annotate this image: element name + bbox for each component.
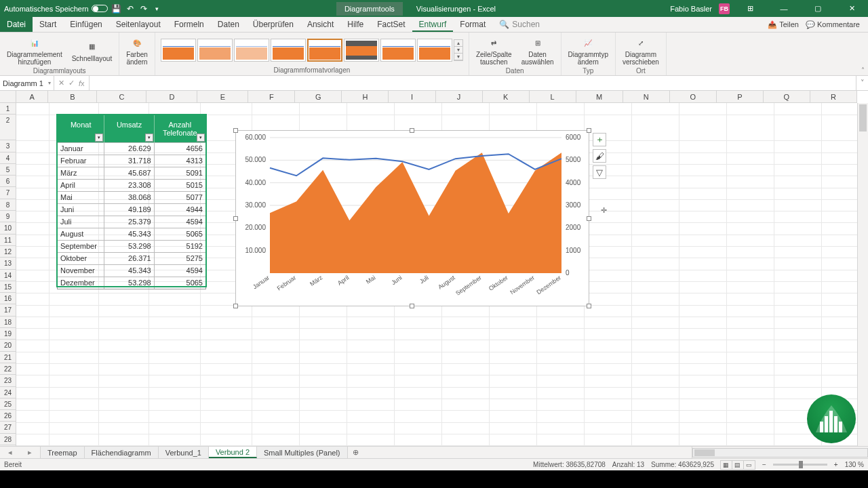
svg-text:3000: 3000 <box>566 201 581 209</box>
sheet-tab-treemap[interactable]: Treemap <box>41 447 85 458</box>
col-header-umsatz[interactable]: Umsatz▾ <box>104 115 154 142</box>
tab-formulas[interactable]: Formeln <box>167 17 211 32</box>
column-headers[interactable]: ABCDEFGHIJKLMNOPQR <box>16 91 857 103</box>
close-button[interactable]: ✕ <box>838 0 865 17</box>
table-row[interactable]: Juni49.1894944 <box>58 203 205 216</box>
zoom-out-button[interactable]: − <box>762 461 766 468</box>
tab-data[interactable]: Daten <box>211 17 246 32</box>
zoom-in-button[interactable]: + <box>834 461 838 468</box>
add-chart-element-button[interactable]: 📊Diagrammelement hinzufügen <box>3 34 66 67</box>
chart-style-5[interactable] <box>307 39 342 62</box>
redo-icon[interactable]: ↷ <box>139 4 149 14</box>
ribbon-options-icon[interactable]: ⊞ <box>736 0 764 17</box>
tab-design[interactable]: Entwurf <box>412 17 454 32</box>
chart-style-8[interactable] <box>417 39 452 62</box>
fx-icon[interactable]: fx <box>79 79 85 87</box>
col-header-month[interactable]: Monat▾ <box>58 115 104 142</box>
svg-rect-33 <box>829 411 833 432</box>
quick-layout-button[interactable]: ▦Schnelllayout <box>68 38 116 64</box>
chart-style-gallery[interactable]: ▴▾▾ <box>158 34 466 66</box>
table-row[interactable]: Juli25.3794594 <box>58 216 205 228</box>
chart-style-2[interactable] <box>197 39 233 62</box>
zoom-slider[interactable] <box>773 464 827 466</box>
tab-view[interactable]: Ansicht <box>300 17 340 32</box>
svg-text:August: August <box>437 274 456 291</box>
svg-text:2000: 2000 <box>566 224 581 231</box>
worksheet-grid[interactable]: ABCDEFGHIJKLMNOPQR 123456789101112131415… <box>0 91 868 446</box>
share-button[interactable]: 📤 Teilen <box>768 20 799 29</box>
sheet-tab-area[interactable]: Flächendiagramm <box>85 447 159 458</box>
view-buttons[interactable]: ▦▤▭ <box>721 460 755 470</box>
sheet-tab-verbund2[interactable]: Verbund 2 <box>209 447 257 458</box>
sheet-nav[interactable]: ◂▸ <box>0 447 41 458</box>
chart-plot[interactable]: 10.00020.00030.00040.00050.00060.0000100… <box>236 131 590 307</box>
table-row[interactable]: Januar26.6294656 <box>58 142 205 155</box>
table-row[interactable]: Oktober26.3715275 <box>58 252 205 264</box>
name-box[interactable]: Diagramm 1▾ <box>0 76 54 90</box>
autosave-toggle[interactable]: Automatisches Speichern <box>4 5 108 13</box>
comments-button[interactable]: 💬 Kommentare <box>806 20 860 29</box>
filter-icon[interactable]: ▾ <box>95 134 103 142</box>
save-icon[interactable]: 💾 <box>112 4 121 14</box>
select-all-corner[interactable] <box>0 91 16 103</box>
cancel-formula-icon[interactable]: ✕ <box>58 79 64 87</box>
filter-icon[interactable]: ▾ <box>145 134 153 142</box>
chart-style-1[interactable] <box>161 39 196 62</box>
collapse-ribbon-button[interactable]: ˄ <box>857 33 868 75</box>
zoom-level[interactable]: 130 % <box>845 461 864 468</box>
row-headers[interactable]: 1234567891011121314151617181920212223242… <box>0 103 16 446</box>
horizontal-scrollbar[interactable] <box>692 448 868 458</box>
select-data-button[interactable]: ⊞Daten auswählen <box>517 34 558 67</box>
maximize-button[interactable]: ▢ <box>804 0 831 17</box>
style-gallery-scroll[interactable]: ▴▾▾ <box>454 39 463 61</box>
table-row[interactable]: Februar31.7184313 <box>58 155 205 167</box>
tab-help[interactable]: Hilfe <box>340 17 370 32</box>
formula-input[interactable] <box>90 76 856 90</box>
enter-formula-icon[interactable]: ✓ <box>68 79 75 87</box>
svg-rect-34 <box>834 416 837 432</box>
vertical-scrollbar[interactable] <box>857 103 868 446</box>
chart-elements-button[interactable]: ＋ <box>593 133 606 146</box>
user-name[interactable]: Fabio Basler <box>670 5 712 13</box>
sheet-tab-small-multiples[interactable]: Small Multiples (Panel) <box>257 447 347 458</box>
tab-start[interactable]: Start <box>33 17 63 32</box>
table-row[interactable]: Dezember53.2985065 <box>58 277 205 289</box>
switch-row-col-button[interactable]: ⇄Zeile/Spalte tauschen <box>472 34 516 67</box>
chart-style-3[interactable] <box>234 39 269 62</box>
search-box[interactable]: 🔍 Suchen <box>492 17 547 32</box>
table-row[interactable]: September53.2985192 <box>58 240 205 252</box>
sheet-tab-verbund1[interactable]: Verbund_1 <box>159 447 209 458</box>
chart-object[interactable]: 10.00020.00030.00040.00050.00060.0000100… <box>235 130 589 306</box>
tab-factset[interactable]: FactSet <box>370 17 412 32</box>
table-row[interactable]: November45.3434594 <box>58 264 205 277</box>
tab-format[interactable]: Format <box>453 17 492 32</box>
expand-formula-bar[interactable]: ˅ <box>856 76 868 90</box>
tab-review[interactable]: Überprüfen <box>246 17 300 32</box>
switch-icon: ⇄ <box>486 35 501 50</box>
table-row[interactable]: April23.3085015 <box>58 179 205 191</box>
filter-icon[interactable]: ▾ <box>197 134 205 142</box>
move-chart-button[interactable]: ⤢Diagramm verschieben <box>618 34 663 67</box>
change-colors-button[interactable]: 🎨Farben ändern <box>122 34 152 67</box>
colors-icon: 🎨 <box>130 35 144 50</box>
chart-filters-button[interactable]: ▽ <box>593 165 606 179</box>
user-avatar[interactable]: FB <box>719 3 730 14</box>
table-row[interactable]: März45.6875091 <box>58 167 205 179</box>
chart-styles-button[interactable]: 🖌 <box>593 149 606 163</box>
tab-file[interactable]: Datei <box>0 17 33 32</box>
add-sheet-button[interactable]: ⊕ <box>348 447 364 458</box>
undo-icon[interactable]: ↶ <box>125 4 135 14</box>
col-header-telefonate[interactable]: Anzahl Telefonate▾ <box>155 115 205 142</box>
chart-tools-context: Diagrammtools <box>336 2 403 16</box>
minimize-button[interactable]: — <box>770 0 797 17</box>
tab-pagelayout[interactable]: Seitenlayout <box>109 17 167 32</box>
change-chart-type-button[interactable]: 📈Diagrammtyp ändern <box>564 34 612 67</box>
chart-style-4[interactable] <box>271 39 306 62</box>
chart-style-7[interactable] <box>380 39 416 62</box>
table-row[interactable]: August45.3435065 <box>58 228 205 240</box>
table-row[interactable]: Mai38.0685077 <box>58 191 205 203</box>
tab-insert[interactable]: Einfügen <box>63 17 108 32</box>
qat-more-icon[interactable]: ▾ <box>153 4 162 14</box>
data-table[interactable]: Monat▾ Umsatz▾ Anzahl Telefonate▾ Januar… <box>57 115 206 289</box>
chart-style-6[interactable] <box>344 39 379 62</box>
